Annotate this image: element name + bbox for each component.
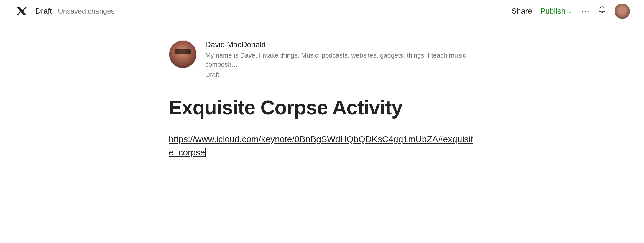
navbar-left: Draft Unsaved changes [14, 4, 512, 19]
navbar-right: Share Publish ⌄ ··· [512, 4, 630, 19]
author-section: David MacDonald My name is Dave. I make … [169, 40, 475, 79]
notifications-bell-icon[interactable] [598, 6, 606, 16]
text-cursor [205, 148, 206, 157]
publish-label: Publish [540, 6, 565, 16]
author-name: David MacDonald [205, 40, 475, 49]
share-button[interactable]: Share [512, 6, 532, 16]
author-info: David MacDonald My name is Dave. I make … [205, 40, 475, 79]
article-link-text: https://www.icloud.com/keynote/0BnBgSWdH… [169, 134, 473, 157]
author-avatar-image [169, 41, 196, 68]
main-content: David MacDonald My name is Dave. I make … [145, 22, 499, 183]
avatar-image [615, 4, 630, 19]
publish-button[interactable]: Publish ⌄ [540, 6, 573, 16]
author-bio: My name is Dave. I make things. Music, p… [205, 51, 475, 69]
unsaved-changes-label: Unsaved changes [58, 7, 114, 15]
author-avatar [169, 40, 197, 68]
medium-logo[interactable] [14, 4, 29, 19]
author-status: Draft [205, 71, 475, 79]
article-title[interactable]: Exquisite Corpse Activity [169, 96, 475, 119]
publish-chevron-icon: ⌄ [568, 8, 573, 15]
navbar: Draft Unsaved changes Share Publish ⌄ ··… [0, 0, 644, 22]
more-options-button[interactable]: ··· [581, 6, 590, 16]
draft-label: Draft [35, 6, 52, 16]
user-avatar[interactable] [615, 4, 630, 19]
article-link[interactable]: https://www.icloud.com/keynote/0BnBgSWdH… [169, 132, 475, 159]
